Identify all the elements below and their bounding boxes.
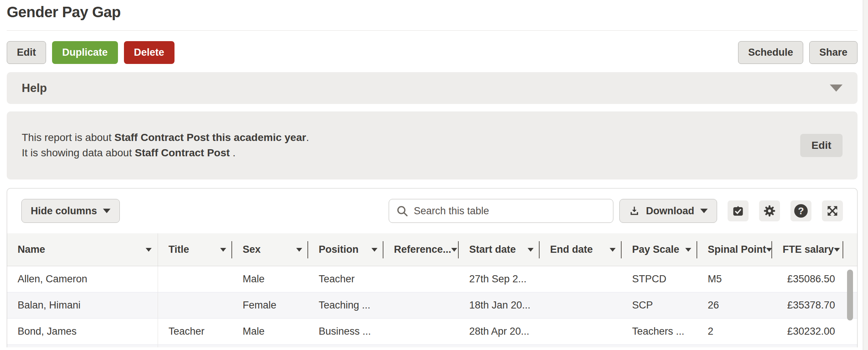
cell-end-date — [540, 292, 622, 318]
select-columns-button[interactable] — [728, 200, 749, 221]
table-help-button[interactable]: ? — [790, 200, 811, 221]
column-header-name[interactable]: Name — [7, 233, 158, 266]
cell-fte-salary: £35378.70 — [772, 292, 843, 318]
fullscreen-icon — [826, 205, 839, 217]
actions-row: Edit Duplicate Delete Schedule Share — [7, 41, 858, 64]
sort-caret-icon[interactable] — [610, 248, 616, 252]
download-icon — [629, 205, 640, 217]
cell-position: Business ... — [308, 319, 383, 344]
download-button[interactable]: Download — [619, 199, 717, 223]
sort-caret-icon[interactable] — [834, 248, 840, 252]
table-row[interactable]: Balan, Himani Female Teaching ... 18th J… — [7, 292, 857, 319]
cell-fte-salary: £35086.50 — [772, 266, 843, 292]
table-toolbar: Hide columns Download — [7, 188, 857, 233]
column-header-reference[interactable]: Reference... — [383, 233, 459, 266]
cell-start-date: 18th Jan 20... — [459, 292, 540, 318]
report-info-line1: This report is about Staff Contract Post… — [22, 130, 309, 145]
hide-columns-label: Hide columns — [31, 205, 97, 217]
sort-caret-icon[interactable] — [451, 248, 457, 252]
sort-caret-icon[interactable] — [220, 248, 226, 252]
chevron-down-icon[interactable] — [830, 85, 843, 92]
share-button[interactable]: Share — [809, 41, 858, 64]
column-header-sex[interactable]: Sex — [232, 233, 308, 266]
download-label: Download — [646, 205, 694, 217]
column-header-start-date[interactable]: Start date — [459, 233, 540, 266]
help-accordion[interactable]: Help — [7, 72, 858, 104]
column-header-spinal-point[interactable]: Spinal Point — [697, 233, 772, 266]
column-header-pay-scale[interactable]: Pay Scale — [622, 233, 697, 266]
table-card: Hide columns Download — [7, 188, 858, 347]
cell-sex: Female — [232, 292, 308, 318]
cell-name: Balan, Himani — [7, 292, 158, 318]
column-header-position[interactable]: Position — [308, 233, 383, 266]
help-title: Help — [22, 82, 47, 95]
actions-right-group: Schedule Share — [738, 41, 858, 64]
cell-fte-salary: £30232.00 — [772, 319, 843, 344]
cell-title — [158, 292, 232, 318]
sort-caret-icon[interactable] — [766, 248, 772, 252]
cell-name: Bond, James — [7, 319, 158, 344]
search-icon — [396, 205, 409, 217]
report-info-line2: It is showing data about Staff Contract … — [22, 145, 309, 161]
edit-button[interactable]: Edit — [7, 41, 46, 64]
checkbox-icon — [732, 205, 744, 217]
table-row[interactable]: Bond, James Teacher Male Business ... 28… — [7, 319, 857, 345]
fullscreen-button[interactable] — [822, 200, 843, 221]
info-edit-button[interactable]: Edit — [800, 134, 843, 157]
settings-button[interactable] — [759, 200, 780, 221]
cell-reference — [383, 319, 459, 344]
table-scrollbar-thumb[interactable] — [847, 270, 853, 320]
cell-position: Teacher — [308, 266, 383, 292]
sort-caret-icon[interactable] — [146, 248, 152, 252]
table-row-partial — [7, 345, 857, 347]
sort-caret-icon[interactable] — [371, 248, 377, 252]
cell-position: Teaching ... — [308, 292, 383, 318]
main-content: Gender Pay Gap Edit Duplicate Delete Sch… — [7, 0, 858, 347]
search-input[interactable] — [414, 205, 606, 217]
cell-reference — [383, 266, 459, 292]
hide-columns-button[interactable]: Hide columns — [21, 199, 120, 223]
column-header-fte-salary[interactable]: FTE salary — [772, 233, 843, 266]
cell-title: Teacher — [158, 319, 232, 344]
sort-caret-icon[interactable] — [685, 248, 691, 252]
cell-end-date — [540, 266, 622, 292]
cell-spinal-point: 2 — [697, 319, 772, 344]
cell-pay-scale: STPCD — [622, 266, 697, 292]
caret-down-icon — [103, 209, 110, 213]
column-header-title[interactable]: Title — [158, 233, 232, 266]
cell-start-date: 27th Sep 2... — [459, 266, 540, 292]
cell-sex: Male — [232, 266, 308, 292]
page-title: Gender Pay Gap — [7, 4, 858, 21]
cell-start-date: 28th Apr 20... — [459, 319, 540, 344]
caret-down-icon — [700, 209, 708, 213]
cell-spinal-point: M5 — [697, 266, 772, 292]
table-row[interactable]: Allen, Cameron Male Teacher 27th Sep 2..… — [7, 266, 857, 292]
sort-caret-icon[interactable] — [528, 248, 534, 252]
report-info-panel: This report is about Staff Contract Post… — [7, 111, 858, 179]
cell-end-date — [540, 319, 622, 344]
cell-name: Allen, Cameron — [7, 266, 158, 292]
cell-pay-scale: SCP — [622, 292, 697, 318]
table-header-row: Name Title Sex Position Reference... Sta… — [7, 233, 857, 266]
report-info-text: This report is about Staff Contract Post… — [22, 130, 309, 160]
search-box[interactable] — [389, 199, 613, 223]
delete-button[interactable]: Delete — [124, 41, 174, 64]
schedule-button[interactable]: Schedule — [738, 41, 803, 64]
cell-pay-scale: Teachers ... — [622, 319, 697, 344]
cell-sex: Male — [232, 319, 308, 344]
cell-title — [158, 266, 232, 292]
sort-caret-icon[interactable] — [296, 248, 302, 252]
column-header-end-date[interactable]: End date — [540, 233, 622, 266]
page-scrollbar[interactable] — [863, 0, 868, 350]
cell-reference — [383, 292, 459, 318]
cell-spinal-point: 26 — [697, 292, 772, 318]
gear-icon — [763, 204, 776, 218]
title-divider — [7, 30, 858, 31]
duplicate-button[interactable]: Duplicate — [52, 41, 118, 64]
question-icon: ? — [794, 204, 808, 218]
